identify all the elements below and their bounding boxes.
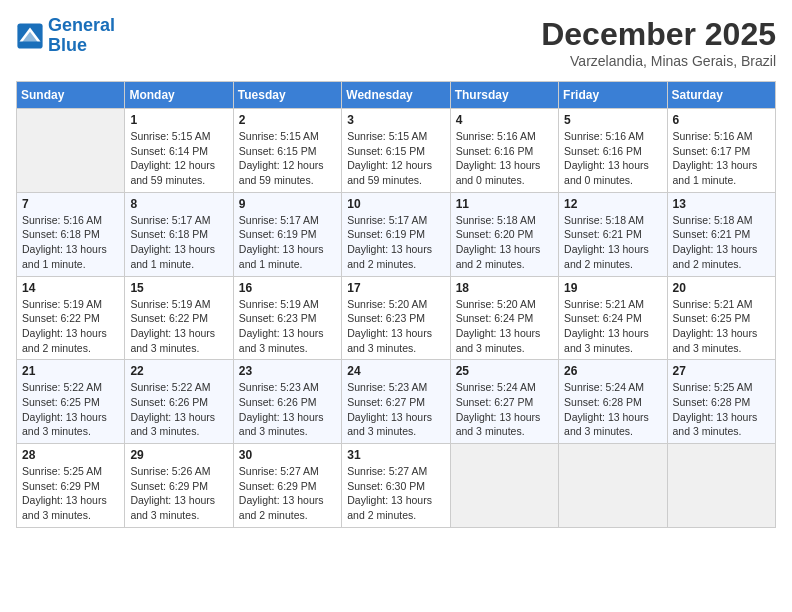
day-number: 29 — [130, 448, 227, 462]
day-number: 11 — [456, 197, 553, 211]
day-info: Sunrise: 5:24 AM Sunset: 6:27 PM Dayligh… — [456, 380, 553, 439]
calendar-cell: 19Sunrise: 5:21 AM Sunset: 6:24 PM Dayli… — [559, 276, 667, 360]
calendar-cell: 2Sunrise: 5:15 AM Sunset: 6:15 PM Daylig… — [233, 109, 341, 193]
day-info: Sunrise: 5:27 AM Sunset: 6:29 PM Dayligh… — [239, 464, 336, 523]
day-number: 26 — [564, 364, 661, 378]
calendar-body: 1Sunrise: 5:15 AM Sunset: 6:14 PM Daylig… — [17, 109, 776, 528]
day-info: Sunrise: 5:17 AM Sunset: 6:18 PM Dayligh… — [130, 213, 227, 272]
calendar-table: Sunday Monday Tuesday Wednesday Thursday… — [16, 81, 776, 528]
day-info: Sunrise: 5:16 AM Sunset: 6:16 PM Dayligh… — [564, 129, 661, 188]
day-number: 14 — [22, 281, 119, 295]
day-number: 6 — [673, 113, 770, 127]
logo: General Blue — [16, 16, 115, 56]
calendar-cell: 28Sunrise: 5:25 AM Sunset: 6:29 PM Dayli… — [17, 444, 125, 528]
day-number: 22 — [130, 364, 227, 378]
calendar-cell: 26Sunrise: 5:24 AM Sunset: 6:28 PM Dayli… — [559, 360, 667, 444]
calendar-cell: 5Sunrise: 5:16 AM Sunset: 6:16 PM Daylig… — [559, 109, 667, 193]
col-monday: Monday — [125, 82, 233, 109]
day-number: 18 — [456, 281, 553, 295]
day-number: 21 — [22, 364, 119, 378]
calendar-cell: 8Sunrise: 5:17 AM Sunset: 6:18 PM Daylig… — [125, 192, 233, 276]
day-info: Sunrise: 5:18 AM Sunset: 6:21 PM Dayligh… — [673, 213, 770, 272]
day-info: Sunrise: 5:17 AM Sunset: 6:19 PM Dayligh… — [347, 213, 444, 272]
calendar-cell — [667, 444, 775, 528]
location-title: Varzelandia, Minas Gerais, Brazil — [541, 53, 776, 69]
day-info: Sunrise: 5:22 AM Sunset: 6:26 PM Dayligh… — [130, 380, 227, 439]
col-sunday: Sunday — [17, 82, 125, 109]
day-info: Sunrise: 5:25 AM Sunset: 6:29 PM Dayligh… — [22, 464, 119, 523]
day-number: 27 — [673, 364, 770, 378]
day-info: Sunrise: 5:17 AM Sunset: 6:19 PM Dayligh… — [239, 213, 336, 272]
day-number: 9 — [239, 197, 336, 211]
day-number: 31 — [347, 448, 444, 462]
day-number: 17 — [347, 281, 444, 295]
day-info: Sunrise: 5:20 AM Sunset: 6:23 PM Dayligh… — [347, 297, 444, 356]
day-number: 13 — [673, 197, 770, 211]
calendar-cell: 13Sunrise: 5:18 AM Sunset: 6:21 PM Dayli… — [667, 192, 775, 276]
calendar-cell: 1Sunrise: 5:15 AM Sunset: 6:14 PM Daylig… — [125, 109, 233, 193]
day-info: Sunrise: 5:15 AM Sunset: 6:15 PM Dayligh… — [239, 129, 336, 188]
day-number: 2 — [239, 113, 336, 127]
calendar-cell: 16Sunrise: 5:19 AM Sunset: 6:23 PM Dayli… — [233, 276, 341, 360]
day-info: Sunrise: 5:21 AM Sunset: 6:25 PM Dayligh… — [673, 297, 770, 356]
day-number: 19 — [564, 281, 661, 295]
col-friday: Friday — [559, 82, 667, 109]
calendar-cell: 3Sunrise: 5:15 AM Sunset: 6:15 PM Daylig… — [342, 109, 450, 193]
calendar-cell — [17, 109, 125, 193]
logo-icon — [16, 22, 44, 50]
calendar-cell: 12Sunrise: 5:18 AM Sunset: 6:21 PM Dayli… — [559, 192, 667, 276]
calendar-header: Sunday Monday Tuesday Wednesday Thursday… — [17, 82, 776, 109]
day-number: 5 — [564, 113, 661, 127]
calendar-week-4: 21Sunrise: 5:22 AM Sunset: 6:25 PM Dayli… — [17, 360, 776, 444]
day-info: Sunrise: 5:15 AM Sunset: 6:14 PM Dayligh… — [130, 129, 227, 188]
day-info: Sunrise: 5:22 AM Sunset: 6:25 PM Dayligh… — [22, 380, 119, 439]
day-info: Sunrise: 5:25 AM Sunset: 6:28 PM Dayligh… — [673, 380, 770, 439]
day-number: 3 — [347, 113, 444, 127]
calendar-cell: 14Sunrise: 5:19 AM Sunset: 6:22 PM Dayli… — [17, 276, 125, 360]
col-thursday: Thursday — [450, 82, 558, 109]
calendar-cell: 15Sunrise: 5:19 AM Sunset: 6:22 PM Dayli… — [125, 276, 233, 360]
calendar-week-2: 7Sunrise: 5:16 AM Sunset: 6:18 PM Daylig… — [17, 192, 776, 276]
calendar-week-1: 1Sunrise: 5:15 AM Sunset: 6:14 PM Daylig… — [17, 109, 776, 193]
day-number: 30 — [239, 448, 336, 462]
day-number: 10 — [347, 197, 444, 211]
day-number: 8 — [130, 197, 227, 211]
day-number: 16 — [239, 281, 336, 295]
day-number: 24 — [347, 364, 444, 378]
col-saturday: Saturday — [667, 82, 775, 109]
calendar-cell: 30Sunrise: 5:27 AM Sunset: 6:29 PM Dayli… — [233, 444, 341, 528]
day-info: Sunrise: 5:19 AM Sunset: 6:23 PM Dayligh… — [239, 297, 336, 356]
calendar-week-3: 14Sunrise: 5:19 AM Sunset: 6:22 PM Dayli… — [17, 276, 776, 360]
day-info: Sunrise: 5:26 AM Sunset: 6:29 PM Dayligh… — [130, 464, 227, 523]
day-info: Sunrise: 5:16 AM Sunset: 6:18 PM Dayligh… — [22, 213, 119, 272]
calendar-cell: 17Sunrise: 5:20 AM Sunset: 6:23 PM Dayli… — [342, 276, 450, 360]
calendar-week-5: 28Sunrise: 5:25 AM Sunset: 6:29 PM Dayli… — [17, 444, 776, 528]
day-info: Sunrise: 5:18 AM Sunset: 6:21 PM Dayligh… — [564, 213, 661, 272]
day-number: 4 — [456, 113, 553, 127]
header-row: Sunday Monday Tuesday Wednesday Thursday… — [17, 82, 776, 109]
day-info: Sunrise: 5:21 AM Sunset: 6:24 PM Dayligh… — [564, 297, 661, 356]
day-number: 23 — [239, 364, 336, 378]
calendar-cell: 27Sunrise: 5:25 AM Sunset: 6:28 PM Dayli… — [667, 360, 775, 444]
day-number: 7 — [22, 197, 119, 211]
day-number: 25 — [456, 364, 553, 378]
calendar-cell: 24Sunrise: 5:23 AM Sunset: 6:27 PM Dayli… — [342, 360, 450, 444]
calendar-cell: 25Sunrise: 5:24 AM Sunset: 6:27 PM Dayli… — [450, 360, 558, 444]
calendar-cell: 23Sunrise: 5:23 AM Sunset: 6:26 PM Dayli… — [233, 360, 341, 444]
day-info: Sunrise: 5:18 AM Sunset: 6:20 PM Dayligh… — [456, 213, 553, 272]
day-number: 1 — [130, 113, 227, 127]
day-info: Sunrise: 5:27 AM Sunset: 6:30 PM Dayligh… — [347, 464, 444, 523]
day-info: Sunrise: 5:23 AM Sunset: 6:27 PM Dayligh… — [347, 380, 444, 439]
calendar-cell: 11Sunrise: 5:18 AM Sunset: 6:20 PM Dayli… — [450, 192, 558, 276]
calendar-cell: 9Sunrise: 5:17 AM Sunset: 6:19 PM Daylig… — [233, 192, 341, 276]
month-title: December 2025 — [541, 16, 776, 53]
col-tuesday: Tuesday — [233, 82, 341, 109]
calendar-cell: 31Sunrise: 5:27 AM Sunset: 6:30 PM Dayli… — [342, 444, 450, 528]
day-number: 20 — [673, 281, 770, 295]
day-info: Sunrise: 5:23 AM Sunset: 6:26 PM Dayligh… — [239, 380, 336, 439]
day-info: Sunrise: 5:24 AM Sunset: 6:28 PM Dayligh… — [564, 380, 661, 439]
page-header: General Blue December 2025 Varzelandia, … — [16, 16, 776, 69]
calendar-cell: 20Sunrise: 5:21 AM Sunset: 6:25 PM Dayli… — [667, 276, 775, 360]
calendar-cell: 10Sunrise: 5:17 AM Sunset: 6:19 PM Dayli… — [342, 192, 450, 276]
day-info: Sunrise: 5:16 AM Sunset: 6:16 PM Dayligh… — [456, 129, 553, 188]
